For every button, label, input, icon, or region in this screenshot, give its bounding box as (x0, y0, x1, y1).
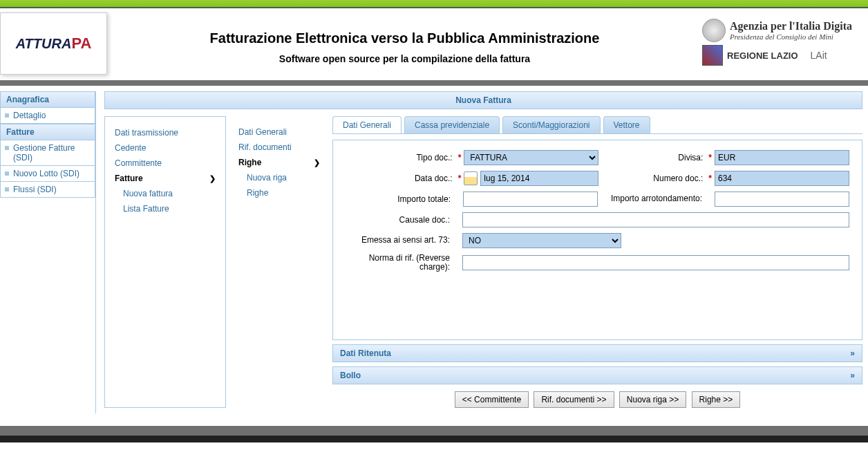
label-causale: Causale doc.: (346, 215, 453, 225)
sidebar-item-gestione-fatture[interactable]: Gestione Fatture (SDI) (0, 140, 95, 166)
nav1-dati-trasmissione[interactable]: Dati trasmissione (115, 125, 216, 140)
wizard-nav-1: Dati trasmissione Cedente Committente Fa… (104, 116, 226, 408)
wizard-nav-2: Dati Generali Rif. documenti Righe ❯ Nuo… (234, 116, 324, 408)
nav2-righe-sub[interactable]: Righe (238, 185, 320, 200)
page-title: Fatturazione Elettronica verso la Pubbli… (107, 30, 702, 46)
label-numero-doc: Numero doc.: (598, 174, 706, 183)
content-area: Nuova Fattura Dati trasmissione Cedente … (96, 86, 868, 413)
footer-buttons: << Committente Rif. documenti >> Nuova r… (332, 391, 862, 408)
label-divisa: Divisa: (598, 153, 706, 162)
calendar-icon[interactable] (464, 171, 478, 185)
logo-text: ATTURA (16, 36, 72, 52)
accordion-bollo[interactable]: Bollo » (332, 366, 862, 384)
accordion-label: Bollo (340, 371, 361, 380)
header-right: Agenzia per l'Italia Digita Presidenza d… (702, 19, 861, 68)
tab-cassa-previdenziale[interactable]: Cassa previdenziale (404, 116, 500, 133)
accordion-label: Dati Ritenuta (340, 348, 391, 358)
next-rif-documenti-button[interactable]: Rif. documenti >> (534, 391, 614, 408)
nav1-nuova-fattura[interactable]: Nuova fattura (115, 186, 216, 201)
prev-committente-button[interactable]: << Committente (455, 391, 529, 408)
content-title: Nuova Fattura (104, 91, 862, 109)
form-panel: Dati Generali Cassa previdenziale Sconti… (332, 116, 862, 408)
required-icon: * (706, 153, 715, 162)
agency-subtitle: Presidenza del Consiglio dei Mini (730, 32, 852, 41)
label-emessa: Emessa ai sensi art. 73: (346, 236, 453, 245)
tab-dati-generali[interactable]: Dati Generali (332, 116, 402, 133)
nav1-lista-fatture[interactable]: Lista Fatture (115, 201, 216, 216)
footer-grey-bar (0, 426, 868, 436)
expand-icon: » (850, 371, 855, 380)
nav2-dati-generali[interactable]: Dati Generali (238, 124, 320, 140)
nav2-righe-label: Righe (238, 158, 261, 167)
logo-suffix: PA (71, 35, 91, 53)
expand-icon: » (850, 348, 855, 358)
tab-strip: Dati Generali Cassa previdenziale Sconti… (332, 116, 862, 134)
sidebar-item-flussi[interactable]: Flussi (SDI) (0, 182, 95, 198)
next-righe-button[interactable]: Righe >> (692, 391, 741, 408)
importo-arrotondamento-input[interactable] (715, 192, 849, 207)
label-importo-arr: Importo arrotondamento: (598, 194, 705, 203)
region-text: REGIONE LAZIO (727, 50, 798, 61)
chevron-down-icon: ❯ (209, 174, 216, 183)
numero-doc-input[interactable] (715, 171, 849, 186)
nav1-committente[interactable]: Committente (115, 156, 216, 171)
sidebar-section-anagrafica: Anagrafica (0, 91, 95, 108)
header: ATTURAPA Fatturazione Elettronica verso … (0, 8, 868, 80)
chevron-down-icon: ❯ (314, 158, 320, 167)
next-nuova-riga-button[interactable]: Nuova riga >> (619, 391, 686, 408)
tab-sconti-maggiorazioni[interactable]: Sconti/Maggiorazioni (502, 116, 600, 133)
nav1-fatture-label: Fatture (115, 174, 143, 183)
left-sidebar: Anagrafica Dettaglio Fatture Gestione Fa… (0, 91, 96, 413)
header-center: Fatturazione Elettronica verso la Pubbli… (107, 24, 702, 64)
lait-logo: LAit (811, 50, 827, 61)
required-icon: * (706, 174, 715, 183)
logo-fatturapa: ATTURAPA (0, 12, 107, 75)
tipo-doc-select[interactable]: FATTURA (464, 150, 598, 165)
data-doc-input[interactable] (480, 171, 598, 186)
norma-input[interactable] (462, 255, 849, 270)
top-green-bar (0, 0, 868, 8)
nav2-rif-documenti[interactable]: Rif. documenti (238, 140, 320, 155)
page-subtitle: Software open source per la compilazione… (107, 53, 702, 64)
causale-input[interactable] (462, 212, 849, 227)
label-norma: Norma di rif. (Reverse charge): (346, 254, 453, 272)
nav1-cedente[interactable]: Cedente (115, 140, 216, 156)
label-data-doc: Data doc.: (348, 174, 455, 183)
tab-vettore[interactable]: Vettore (603, 116, 650, 133)
separator-bar (0, 80, 868, 86)
emessa-select[interactable]: NO (462, 233, 621, 248)
nav1-fatture[interactable]: Fatture ❯ (115, 171, 216, 186)
label-tipo-doc: Tipo doc.: (348, 153, 455, 162)
sidebar-item-nuovo-lotto[interactable]: Nuovo Lotto (SDI) (0, 166, 95, 182)
divisa-input[interactable] (715, 150, 849, 165)
accordion-dati-ritenuta[interactable]: Dati Ritenuta » (332, 344, 862, 362)
required-icon: * (455, 153, 464, 162)
italy-emblem-icon (702, 19, 726, 42)
regione-lazio-icon (702, 45, 723, 66)
sidebar-item-dettaglio[interactable]: Dettaglio (0, 108, 95, 124)
required-icon: * (455, 174, 464, 183)
nav2-nuova-riga[interactable]: Nuova riga (238, 170, 320, 185)
footer-black-bar (0, 436, 868, 442)
sidebar-section-fatture: Fatture (0, 124, 95, 140)
label-importo-totale: Importo totale: (346, 194, 453, 204)
nav2-righe[interactable]: Righe ❯ (238, 155, 320, 170)
importo-totale-input[interactable] (463, 192, 598, 207)
agency-name: Agenzia per l'Italia Digita (730, 20, 852, 32)
form-area: Tipo doc.: * FATTURA Divisa: * Data doc. (332, 140, 862, 340)
